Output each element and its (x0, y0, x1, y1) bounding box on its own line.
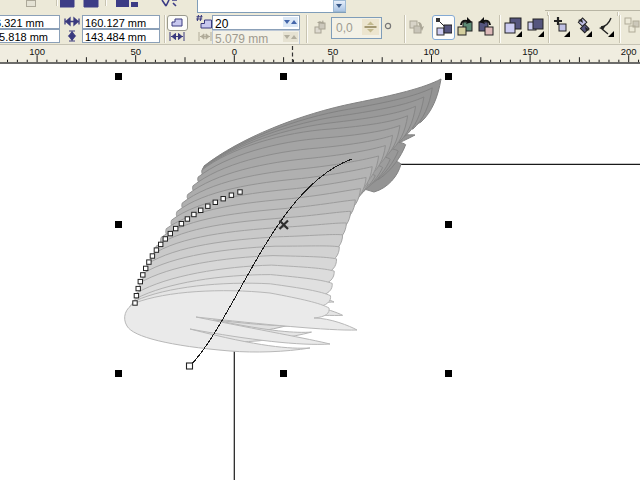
svg-text:150: 150 (522, 46, 538, 57)
svg-text:200: 200 (621, 46, 637, 57)
svg-text:100: 100 (29, 46, 45, 57)
svg-text:100: 100 (424, 46, 440, 57)
svg-text:50: 50 (130, 46, 141, 57)
svg-text:50: 50 (328, 46, 339, 57)
svg-text:0: 0 (232, 46, 237, 57)
